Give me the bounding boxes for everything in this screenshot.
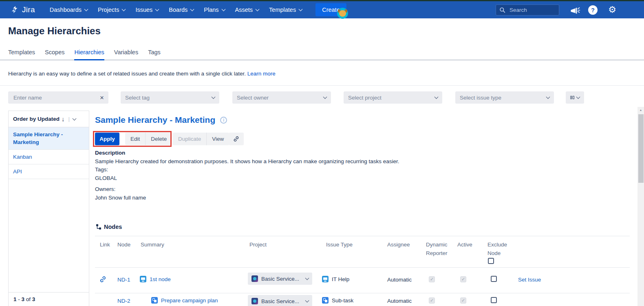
exclude-node-checkbox[interactable] — [491, 297, 497, 303]
project-select[interactable]: Basic Service... — [248, 295, 312, 306]
scroll-up-arrow-icon[interactable] — [637, 109, 644, 111]
tab-variables[interactable]: Variables — [114, 49, 138, 60]
chevron-down-icon — [190, 7, 194, 11]
set-issue-link[interactable]: Set Issue — [518, 277, 541, 283]
nav-menu-projects[interactable]: Projects — [98, 7, 125, 13]
it-help-issue-icon — [322, 276, 329, 282]
nav-search[interactable] — [496, 4, 559, 16]
order-by-label: Order by Updated — [13, 116, 60, 122]
intro-sentence: Hierarchy is an easy way to define a set… — [8, 71, 246, 77]
active-checkbox[interactable] — [460, 297, 466, 304]
intro-text: Hierarchy is an easy way to define a set… — [8, 71, 276, 77]
node-link-icon[interactable] — [99, 275, 107, 284]
column-settings-button[interactable] — [566, 91, 584, 104]
active-checkbox[interactable] — [460, 276, 466, 282]
user-avatar[interactable] — [337, 8, 348, 19]
pager-total: 3 — [32, 296, 35, 302]
chevron-down-icon — [323, 95, 327, 99]
assignee-value: Automatic — [387, 298, 412, 304]
settings-gear-icon[interactable] — [608, 4, 616, 16]
nav-menu-issues[interactable]: Issues — [135, 7, 159, 13]
summary-link[interactable]: 1st node — [150, 276, 171, 282]
edit-button[interactable]: Edit — [125, 133, 145, 145]
copy-link-button[interactable] — [229, 133, 244, 145]
node-id-link[interactable]: ND-1 — [117, 277, 130, 283]
chevron-down-icon — [299, 7, 303, 11]
project-select[interactable]: Basic Service... — [248, 273, 312, 285]
owners-value: John Snow full name — [95, 194, 486, 202]
dynamic-reporter-checkbox[interactable] — [429, 276, 435, 282]
nav-menu-templates[interactable]: Templates — [269, 7, 302, 13]
summary-cell: Prepare campaign plan — [151, 297, 218, 304]
clear-name-icon[interactable] — [100, 94, 104, 101]
hierarchy-icon — [96, 224, 101, 230]
tab-tags[interactable]: Tags — [148, 49, 161, 60]
project-filter-select[interactable]: Select project — [344, 91, 442, 104]
issue-type-filter-select[interactable]: Select issue type — [455, 91, 554, 104]
chevron-down-icon — [576, 95, 580, 99]
delete-button[interactable]: Delete — [145, 133, 172, 145]
description-block: Description Sample Hierarchy created for… — [95, 149, 486, 202]
nodes-table-header: Link Node Summary Project Issue Type Ass… — [95, 240, 630, 267]
chevron-down-icon — [305, 276, 309, 280]
sort-direction-icon[interactable] — [62, 115, 65, 122]
name-filter-field[interactable] — [8, 91, 108, 104]
sidebar-item-kanban[interactable]: Kanban — [9, 150, 89, 164]
sidebar-item-api[interactable]: API — [9, 164, 89, 179]
scrollbar-thumb[interactable] — [638, 114, 644, 183]
nav-menu-label: Assets — [235, 7, 253, 13]
column-header-assignee: Assignee — [387, 240, 410, 249]
duplicate-view-button-group: Duplicate View — [173, 133, 229, 145]
pager-to: 3 — [22, 296, 25, 302]
nodes-section-header: Nodes — [96, 224, 122, 230]
jira-logo[interactable]: Jira — [11, 5, 35, 14]
summary-link[interactable]: Prepare campaign plan — [161, 297, 218, 304]
name-filter-input[interactable] — [13, 94, 100, 101]
column-settings-icon — [570, 95, 574, 100]
exclude-node-checkbox[interactable] — [491, 276, 497, 282]
project-avatar-icon — [251, 298, 258, 304]
chevron-down-icon — [122, 7, 126, 11]
info-icon[interactable] — [220, 117, 227, 124]
chevron-down-icon[interactable] — [73, 116, 77, 120]
it-help-issue-icon — [140, 276, 146, 282]
column-header-dynamic-reporter: Dynamic Reporter — [426, 240, 455, 257]
column-header-active: Active — [457, 240, 472, 249]
tab-hierarchies[interactable]: Hierarchies — [74, 49, 104, 60]
nodes-title: Nodes — [104, 224, 122, 230]
dynamic-reporter-checkbox[interactable] — [429, 297, 435, 304]
owner-filter-select[interactable]: Select owner — [232, 91, 331, 104]
apply-button[interactable]: Apply — [95, 133, 119, 145]
order-by-control[interactable]: Order by Updated — [9, 111, 89, 127]
nav-menu-plans[interactable]: Plans — [204, 7, 225, 13]
duplicate-button[interactable]: Duplicate — [173, 133, 206, 145]
nav-menu-label: Projects — [98, 7, 119, 13]
chevron-down-icon — [256, 7, 260, 11]
chevron-down-icon — [434, 95, 439, 99]
search-input[interactable] — [509, 7, 556, 13]
tab-templates[interactable]: Templates — [8, 49, 35, 60]
sidebar-item-sample-hierarchy-marketing[interactable]: Sample Hierarchy - Marketing — [9, 127, 89, 150]
view-button[interactable]: View — [206, 133, 229, 145]
window-top-edge — [0, 0, 644, 1]
jira-logo-text: Jira — [22, 5, 35, 14]
project-avatar-icon — [251, 275, 258, 282]
tag-filter-select[interactable]: Select tag — [121, 91, 219, 104]
exclude-all-checkbox[interactable] — [488, 258, 494, 264]
nav-menu-dashboards[interactable]: Dashboards — [50, 7, 88, 13]
hierarchy-title: Sample Hierarchy - Marketing — [95, 115, 215, 125]
node-id-link[interactable]: ND-2 — [117, 298, 130, 304]
learn-more-link[interactable]: Learn more — [247, 71, 276, 77]
nav-menu-assets[interactable]: Assets — [235, 7, 259, 13]
page-title: Manage Hierarchies — [8, 25, 101, 37]
select-placeholder: Select issue type — [460, 95, 501, 101]
order-separator — [68, 116, 70, 122]
nav-menu-label: Plans — [204, 7, 218, 13]
announcement-megaphone-icon[interactable] — [570, 5, 580, 15]
chevron-down-icon — [155, 7, 159, 11]
help-icon[interactable] — [588, 5, 598, 15]
tab-scopes[interactable]: Scopes — [45, 49, 64, 60]
nav-menu-label: Templates — [269, 7, 296, 13]
vertical-scrollbar[interactable] — [637, 107, 644, 306]
nav-menu-boards[interactable]: Boards — [169, 7, 194, 13]
